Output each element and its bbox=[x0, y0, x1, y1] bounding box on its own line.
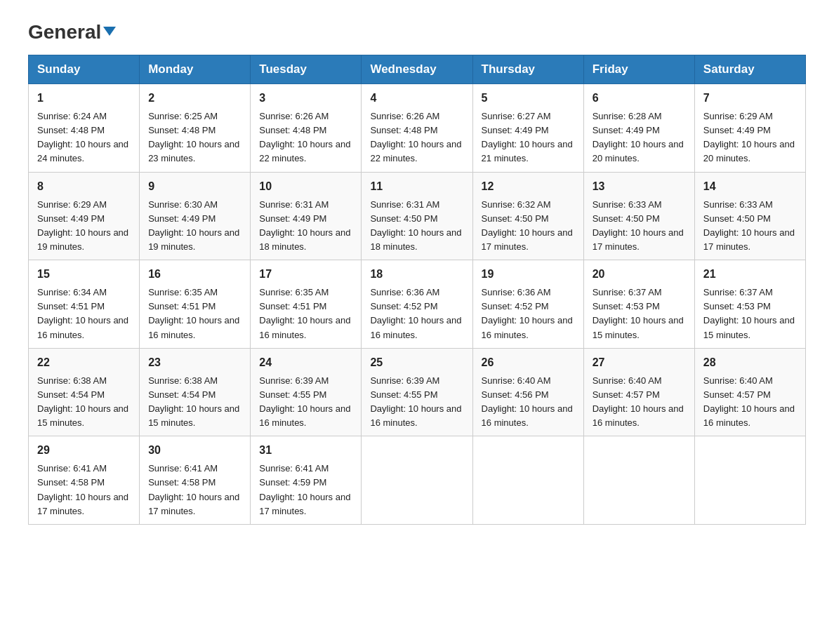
calendar-day-cell: 25Sunrise: 6:39 AMSunset: 4:55 PMDayligh… bbox=[362, 348, 472, 436]
calendar-day-cell: 19Sunrise: 6:36 AMSunset: 4:52 PMDayligh… bbox=[472, 260, 583, 349]
calendar-day-cell: 15Sunrise: 6:34 AMSunset: 4:51 PMDayligh… bbox=[29, 260, 140, 349]
day-info: Sunrise: 6:41 AMSunset: 4:58 PMDaylight:… bbox=[148, 462, 241, 518]
logo-line1: General bbox=[28, 21, 117, 43]
day-number: 29 bbox=[37, 442, 131, 459]
page-header: General bbox=[28, 21, 806, 41]
calendar-day-cell: 12Sunrise: 6:32 AMSunset: 4:50 PMDayligh… bbox=[472, 172, 583, 260]
day-info: Sunrise: 6:30 AMSunset: 4:49 PMDaylight:… bbox=[148, 198, 241, 255]
calendar-day-cell: 4Sunrise: 6:26 AMSunset: 4:48 PMDaylight… bbox=[362, 84, 472, 173]
weekday-header-thursday: Thursday bbox=[472, 55, 583, 84]
day-number: 16 bbox=[148, 266, 241, 283]
weekday-header-friday: Friday bbox=[583, 55, 694, 84]
day-number: 8 bbox=[37, 178, 131, 195]
calendar-day-cell: 27Sunrise: 6:40 AMSunset: 4:57 PMDayligh… bbox=[583, 348, 694, 436]
day-number: 12 bbox=[482, 178, 575, 195]
day-info: Sunrise: 6:31 AMSunset: 4:50 PMDaylight:… bbox=[370, 198, 463, 255]
calendar-day-cell: 28Sunrise: 6:40 AMSunset: 4:57 PMDayligh… bbox=[694, 348, 805, 436]
day-info: Sunrise: 6:41 AMSunset: 4:59 PMDaylight:… bbox=[259, 462, 352, 518]
calendar-day-cell: 31Sunrise: 6:41 AMSunset: 4:59 PMDayligh… bbox=[251, 436, 362, 525]
calendar-day-cell: 1Sunrise: 6:24 AMSunset: 4:48 PMDaylight… bbox=[29, 84, 140, 173]
logo: General bbox=[28, 21, 117, 41]
day-info: Sunrise: 6:31 AMSunset: 4:49 PMDaylight:… bbox=[259, 198, 352, 255]
day-number: 15 bbox=[37, 266, 131, 283]
calendar-day-cell bbox=[694, 436, 805, 525]
day-number: 21 bbox=[703, 266, 797, 283]
calendar-day-cell: 10Sunrise: 6:31 AMSunset: 4:49 PMDayligh… bbox=[251, 172, 362, 260]
day-info: Sunrise: 6:24 AMSunset: 4:48 PMDaylight:… bbox=[37, 109, 131, 166]
calendar-day-cell: 16Sunrise: 6:35 AMSunset: 4:51 PMDayligh… bbox=[140, 260, 251, 349]
weekday-header-monday: Monday bbox=[140, 55, 251, 84]
calendar-day-cell: 24Sunrise: 6:39 AMSunset: 4:55 PMDayligh… bbox=[251, 348, 362, 436]
calendar-day-cell bbox=[362, 436, 472, 525]
day-info: Sunrise: 6:35 AMSunset: 4:51 PMDaylight:… bbox=[259, 286, 352, 342]
weekday-header-row: SundayMondayTuesdayWednesdayThursdayFrid… bbox=[29, 55, 806, 84]
day-info: Sunrise: 6:40 AMSunset: 4:57 PMDaylight:… bbox=[703, 374, 797, 431]
day-number: 3 bbox=[259, 90, 352, 107]
day-info: Sunrise: 6:26 AMSunset: 4:48 PMDaylight:… bbox=[259, 109, 352, 166]
calendar-week-row: 15Sunrise: 6:34 AMSunset: 4:51 PMDayligh… bbox=[29, 260, 806, 349]
calendar-day-cell: 18Sunrise: 6:36 AMSunset: 4:52 PMDayligh… bbox=[362, 260, 472, 349]
day-number: 18 bbox=[370, 266, 463, 283]
day-number: 30 bbox=[148, 442, 241, 459]
day-info: Sunrise: 6:29 AMSunset: 4:49 PMDaylight:… bbox=[703, 109, 797, 166]
day-info: Sunrise: 6:39 AMSunset: 4:55 PMDaylight:… bbox=[370, 374, 463, 431]
calendar-day-cell: 9Sunrise: 6:30 AMSunset: 4:49 PMDaylight… bbox=[140, 172, 251, 260]
day-number: 31 bbox=[259, 442, 352, 459]
day-info: Sunrise: 6:29 AMSunset: 4:49 PMDaylight:… bbox=[37, 198, 131, 255]
calendar-day-cell: 7Sunrise: 6:29 AMSunset: 4:49 PMDaylight… bbox=[694, 84, 805, 173]
day-number: 13 bbox=[593, 178, 686, 195]
calendar-day-cell: 13Sunrise: 6:33 AMSunset: 4:50 PMDayligh… bbox=[583, 172, 694, 260]
day-number: 14 bbox=[703, 178, 797, 195]
weekday-header-sunday: Sunday bbox=[29, 55, 140, 84]
calendar-day-cell: 6Sunrise: 6:28 AMSunset: 4:49 PMDaylight… bbox=[583, 84, 694, 173]
day-info: Sunrise: 6:38 AMSunset: 4:54 PMDaylight:… bbox=[148, 374, 241, 431]
day-number: 23 bbox=[148, 354, 241, 371]
day-number: 10 bbox=[259, 178, 352, 195]
calendar-week-row: 22Sunrise: 6:38 AMSunset: 4:54 PMDayligh… bbox=[29, 348, 806, 436]
day-info: Sunrise: 6:33 AMSunset: 4:50 PMDaylight:… bbox=[593, 198, 686, 255]
day-info: Sunrise: 6:37 AMSunset: 4:53 PMDaylight:… bbox=[593, 286, 686, 342]
day-number: 7 bbox=[703, 90, 797, 107]
calendar-day-cell: 8Sunrise: 6:29 AMSunset: 4:49 PMDaylight… bbox=[29, 172, 140, 260]
logo-triangle-icon bbox=[103, 27, 116, 36]
calendar-day-cell: 30Sunrise: 6:41 AMSunset: 4:58 PMDayligh… bbox=[140, 436, 251, 525]
calendar-week-row: 1Sunrise: 6:24 AMSunset: 4:48 PMDaylight… bbox=[29, 84, 806, 173]
day-number: 20 bbox=[593, 266, 686, 283]
day-number: 26 bbox=[482, 354, 575, 371]
calendar-day-cell: 29Sunrise: 6:41 AMSunset: 4:58 PMDayligh… bbox=[29, 436, 140, 525]
day-info: Sunrise: 6:41 AMSunset: 4:58 PMDaylight:… bbox=[37, 462, 131, 518]
calendar-week-row: 29Sunrise: 6:41 AMSunset: 4:58 PMDayligh… bbox=[29, 436, 806, 525]
day-number: 1 bbox=[37, 90, 131, 107]
calendar-day-cell: 3Sunrise: 6:26 AMSunset: 4:48 PMDaylight… bbox=[251, 84, 362, 173]
day-info: Sunrise: 6:37 AMSunset: 4:53 PMDaylight:… bbox=[703, 286, 797, 342]
calendar-day-cell bbox=[583, 436, 694, 525]
day-info: Sunrise: 6:25 AMSunset: 4:48 PMDaylight:… bbox=[148, 109, 241, 166]
day-info: Sunrise: 6:36 AMSunset: 4:52 PMDaylight:… bbox=[482, 286, 575, 342]
day-info: Sunrise: 6:27 AMSunset: 4:49 PMDaylight:… bbox=[482, 109, 575, 166]
logo-general: General bbox=[28, 21, 101, 43]
weekday-header-saturday: Saturday bbox=[694, 55, 805, 84]
day-number: 4 bbox=[370, 90, 463, 107]
day-info: Sunrise: 6:26 AMSunset: 4:48 PMDaylight:… bbox=[370, 109, 463, 166]
day-info: Sunrise: 6:40 AMSunset: 4:57 PMDaylight:… bbox=[593, 374, 686, 431]
day-info: Sunrise: 6:36 AMSunset: 4:52 PMDaylight:… bbox=[370, 286, 463, 342]
calendar-table: SundayMondayTuesdayWednesdayThursdayFrid… bbox=[28, 55, 806, 525]
day-number: 28 bbox=[703, 354, 797, 371]
day-info: Sunrise: 6:35 AMSunset: 4:51 PMDaylight:… bbox=[148, 286, 241, 342]
day-info: Sunrise: 6:39 AMSunset: 4:55 PMDaylight:… bbox=[259, 374, 352, 431]
day-number: 24 bbox=[259, 354, 352, 371]
calendar-day-cell: 17Sunrise: 6:35 AMSunset: 4:51 PMDayligh… bbox=[251, 260, 362, 349]
calendar-day-cell: 21Sunrise: 6:37 AMSunset: 4:53 PMDayligh… bbox=[694, 260, 805, 349]
calendar-day-cell: 20Sunrise: 6:37 AMSunset: 4:53 PMDayligh… bbox=[583, 260, 694, 349]
day-number: 11 bbox=[370, 178, 463, 195]
weekday-header-wednesday: Wednesday bbox=[362, 55, 472, 84]
day-number: 19 bbox=[482, 266, 575, 283]
day-number: 6 bbox=[593, 90, 686, 107]
calendar-day-cell bbox=[472, 436, 583, 525]
day-number: 5 bbox=[482, 90, 575, 107]
day-number: 9 bbox=[148, 178, 241, 195]
day-info: Sunrise: 6:34 AMSunset: 4:51 PMDaylight:… bbox=[37, 286, 131, 342]
calendar-day-cell: 2Sunrise: 6:25 AMSunset: 4:48 PMDaylight… bbox=[140, 84, 251, 173]
calendar-week-row: 8Sunrise: 6:29 AMSunset: 4:49 PMDaylight… bbox=[29, 172, 806, 260]
day-number: 25 bbox=[370, 354, 463, 371]
